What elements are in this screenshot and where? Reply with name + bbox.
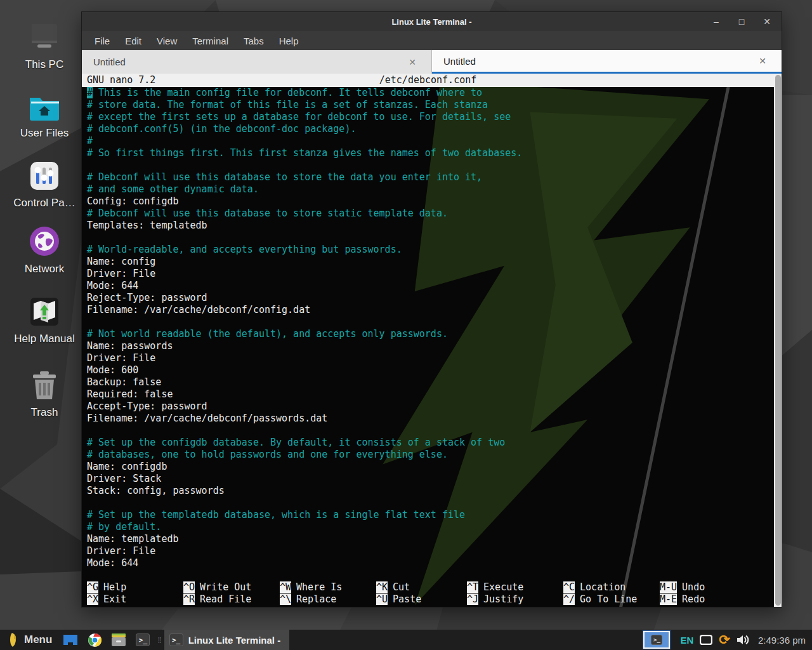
home-folder-icon [5,88,84,121]
editor-line: Driver: File [87,352,774,364]
desktop-icon-this-pc[interactable]: This PC [5,19,84,71]
scrollbar-thumb[interactable] [775,75,781,606]
editor-line: # except the first sets up a database fo… [87,111,774,123]
terminal-viewport[interactable]: GNU nano 7.2 /etc/debconf.conf # This is… [82,74,782,607]
nano-shortcut-replace: ^\Replace [280,594,376,606]
nano-shortcut-paste: ^UPaste [376,594,467,606]
menu-bar: FileEditViewTerminalTabsHelp [82,31,782,50]
taskbar-separator: ⁞⁞ [157,635,160,645]
editor-line: # So first things first. This first stan… [87,147,774,159]
editor-line: Config: configdb [87,196,774,208]
editor-line [87,159,774,171]
volume-icon[interactable] [737,634,749,646]
terminal-glyph: >_ [651,635,662,645]
taskbar: Menu >_ ⁞⁞ [0,630,812,650]
editor-line: Required: false [87,388,774,401]
editor-line [87,425,774,437]
editor-line: # [87,135,774,147]
desktop-icon-network[interactable]: Network [5,223,84,275]
terminal-glyph: >_ [169,633,183,646]
nano-shortcut-justify: ^JJustify [467,594,563,606]
keyboard-layout-indicator[interactable]: EN [680,635,693,646]
window-titlebar[interactable]: Linux Lite Terminal - – □ ✕ [82,12,782,31]
editor-line: # Set up the templatedb database, which … [87,509,774,521]
maximize-button[interactable]: □ [733,15,750,29]
editor-line: Stack: config, passwords [87,485,774,497]
monitor-icon [5,19,84,52]
editor-line: Accept-Type: password [87,401,774,413]
editor-line: # World-readable, and accepts everything… [87,244,774,256]
close-button[interactable]: ✕ [759,15,775,29]
editor-line: Driver: File [87,545,774,557]
window-title: Linux Lite Terminal - [82,17,782,27]
editor-line: # and some other dynamic data. [87,183,774,196]
update-manager-icon[interactable]: ⟳ [719,633,730,646]
tab-label: Untitled [93,56,126,67]
editor-line: Driver: File [87,268,774,280]
minimize-button[interactable]: – [708,15,724,29]
nano-editor[interactable]: GNU nano 7.2 /etc/debconf.conf # This is… [82,74,774,607]
editor-line: Name: configdb [87,461,774,473]
menu-item-help[interactable]: Help [273,34,305,48]
tab-untitled-1[interactable]: Untitled ✕ [82,50,432,74]
nano-shortcut-cut: ^KCut [376,581,467,594]
editor-line: Backup: false [87,376,774,388]
manual-book-icon [5,293,84,326]
terminal-launcher-icon[interactable]: >_ [135,632,150,647]
menu-item-tabs[interactable]: Tabs [237,34,270,48]
system-tray: EN ⟳ 2:49:36 pm [680,633,812,646]
menu-item-view[interactable]: View [150,34,183,48]
clock[interactable]: 2:49:36 pm [758,635,806,646]
archive-box-icon[interactable] [111,632,126,647]
editor-line: # This is the main config file for debco… [87,87,774,99]
editor-line: Name: config [87,256,774,268]
editor-line: Mode: 600 [87,364,774,376]
nano-shortcut-exit: ^XExit [87,594,183,606]
desktop-icon-label: Control Pa… [5,197,84,209]
terminal-scrollbar[interactable] [774,74,782,607]
nano-shortcut-redo: M-ERedo [660,594,774,606]
nano-shortcut-read-file: ^RRead File [183,594,280,606]
tab-untitled-2[interactable]: Untitled ✕ [432,50,782,74]
desktop-icon-label: User Files [5,127,84,140]
menu-item-terminal[interactable]: Terminal [186,34,235,48]
editor-line: # Debconf will use this database to stor… [87,171,774,183]
menu-item-edit[interactable]: Edit [119,34,148,48]
desktop-icon-help-manual[interactable]: Help Manual [5,293,84,345]
taskbar-window-button[interactable]: >_ Linux Lite Terminal - [164,630,290,650]
editor-line: # Set up the configdb database. By defau… [87,437,774,449]
editor-line: Driver: Stack [87,473,774,485]
nano-filename: /etc/debconf.conf [82,74,774,86]
sliders-icon [5,157,84,190]
editor-line: # Debconf will use this database to stor… [87,208,774,220]
desktop-icon-label: Network [5,263,84,275]
desktop-icon-control-panel[interactable]: Control Pa… [5,157,84,209]
menu-button-label: Menu [24,633,52,646]
tab-close-icon[interactable]: ✕ [755,55,770,67]
desktop-icon-label: Trash [5,406,84,419]
shortcut-bar: ^GHelp^XExit^OWrite Out^RRead File^WWher… [82,581,774,606]
trash-icon [5,367,84,400]
tab-label: Untitled [443,56,476,67]
chrome-browser-icon[interactable] [87,632,102,647]
file-manager-icon[interactable] [63,632,78,647]
nano-shortcut-execute: ^TExecute [467,581,563,594]
nano-shortcut-where-is: ^WWhere Is [280,581,376,594]
menu-button[interactable]: Menu [0,630,58,650]
editor-line: Filename: /var/cache/debconf/config.dat [87,304,774,316]
editor-line: Templates: templatedb [87,220,774,232]
terminal-glyph: >_ [136,633,150,646]
nano-titlebar: GNU nano 7.2 /etc/debconf.conf [82,74,774,87]
editor-line: Mode: 644 [87,280,774,292]
editor-line: # debconf.conf(5) (in the debconf-doc pa… [87,123,774,135]
tab-close-icon[interactable]: ✕ [405,56,420,69]
menu-item-file[interactable]: File [88,34,116,48]
editor-lines[interactable]: # This is the main config file for debco… [82,87,774,569]
screen-tray-icon[interactable] [700,635,712,645]
nano-shortcut-write-out: ^OWrite Out [183,581,280,594]
desktop-icon-trash[interactable]: Trash [5,367,84,419]
editor-line: Reject-Type: password [87,292,774,304]
taskbar-window-label: Linux Lite Terminal - [188,635,281,646]
workspace-switcher[interactable]: >_ [643,631,670,649]
desktop-icon-user-files[interactable]: User Files [5,88,84,140]
